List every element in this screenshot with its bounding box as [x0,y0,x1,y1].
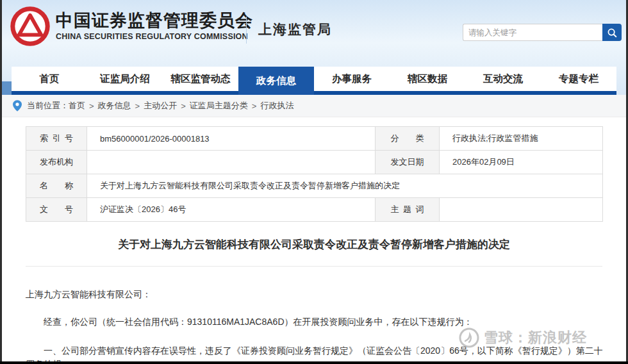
page: 中国证券监督管理委员会 CHINA SECURITIES REGULATORY … [2,0,626,361]
location-pin-icon [13,100,22,112]
doc-info-row: 文号 沪证监决〔2026〕46号 主题词 [26,198,603,222]
breadcrumb-item-gov-info[interactable]: 政务信息 [98,100,131,112]
search-input[interactable] [463,24,602,41]
csrc-seal-logo [10,6,51,47]
content-area: 索引号 bm56000001/2026-00001813 分类 行政执法;行政监… [2,118,626,361]
title-divider [26,266,602,267]
tab-home[interactable]: 首页 [12,67,87,91]
index-number-label: 索引号 [26,127,87,151]
category-value: 行政执法;行政监管措施 [440,127,603,151]
search-button[interactable] [602,24,622,41]
breadcrumb-item-topic-category[interactable]: 证监局主题分类 [190,100,248,112]
breadcrumb-item-enforcement[interactable]: 行政执法 [260,100,293,112]
tab-bureau-intro[interactable]: 证监局介绍 [87,67,163,91]
breadcrumb-item-proactive-disclosure[interactable]: 主动公开 [144,100,177,112]
breadcrumb-item-home[interactable]: 首页 [69,100,85,112]
window-bottom-edge [0,361,628,364]
search-bar [463,24,622,41]
tab-services[interactable]: 办事服务 [314,67,390,91]
category-label: 分类 [376,127,440,151]
tab-gov-info[interactable]: 政务信息 [238,67,314,95]
bureau-name: 上海监管局 [258,21,332,38]
doc-info-table: 索引号 bm56000001/2026-00001813 分类 行政执法;行政监… [26,126,603,222]
doc-paragraph-addressee: 上海九方云智能科技有限公司： [2,288,626,301]
doc-info-row: 索引号 bm56000001/2026-00001813 分类 行政执法;行政监… [26,127,603,151]
index-number-value: bm56000001/2026-00001813 [87,127,376,151]
breadcrumb-separator: > [252,101,257,111]
tab-regional-news[interactable]: 辖区监管动态 [163,67,238,91]
breadcrumb-separator: > [181,101,186,111]
issuer-value [87,151,376,174]
doc-info-row: 名称 关于对上海九方云智能科技有限公司采取责令改正及责令暂停新增客户措施的决定 [26,174,603,198]
site-header: 中国证券监督管理委员会 CHINA SECURITIES REGULATORY … [2,0,626,95]
doc-number-label: 文号 [26,198,87,222]
issue-date-label: 发文日期 [376,151,440,174]
document-title: 关于对上海九方云智能科技有限公司采取责令改正及责令暂停新增客户措施的决定 [26,237,602,252]
issue-date-value: 2026年02月09日 [440,151,603,174]
doc-name-value: 关于对上海九方云智能科技有限公司采取责令改正及责令暂停新增客户措施的决定 [87,174,603,198]
org-title-block: 中国证券监督管理委员会 CHINA SECURITIES REGULATORY … [56,10,253,42]
issuer-label: 发布机构 [26,151,87,174]
tab-special-topics[interactable]: 专题专栏 [541,67,616,91]
tab-interaction[interactable]: 互动交流 [465,67,541,91]
main-nav: 首页 证监局介绍 辖区监管动态 政务信息 办事服务 辖区数据 互动交流 专题专栏 [12,67,616,91]
breadcrumb-separator: > [89,101,94,111]
doc-number-value: 沪证监决〔2026〕46号 [87,198,376,222]
breadcrumb-separator: > [135,101,140,111]
org-name-cn: 中国证券监督管理委员会 [56,10,253,31]
org-name-en: CHINA SECURITIES REGULATORY COMMISSION [56,31,253,42]
doc-info-row: 发布机构 发文日期 2026年02月09日 [26,151,603,174]
nav-strip-stub [2,81,12,95]
breadcrumb: 当前位置： 首页 > 政务信息 > 主动公开 > 证监局主题分类 > 行政执法 [2,95,626,117]
breadcrumb-prefix: 当前位置： [27,100,69,112]
keywords-value [440,198,603,222]
keywords-label: 主题词 [376,198,440,222]
search-icon [606,27,618,38]
doc-name-label: 名称 [26,174,87,198]
doc-paragraph-violation-1: 一、公司部分营销宣传内容存在误导性，违反了《证券投资顾问业务暂行规定》（证监会公… [2,344,626,361]
tab-regional-data[interactable]: 辖区数据 [390,67,465,91]
doc-paragraph-findings: 经查，你公司（统一社会信用代码：91310116MA1JAC8A6D）在开展投资… [2,315,626,329]
header-divider [246,17,247,44]
